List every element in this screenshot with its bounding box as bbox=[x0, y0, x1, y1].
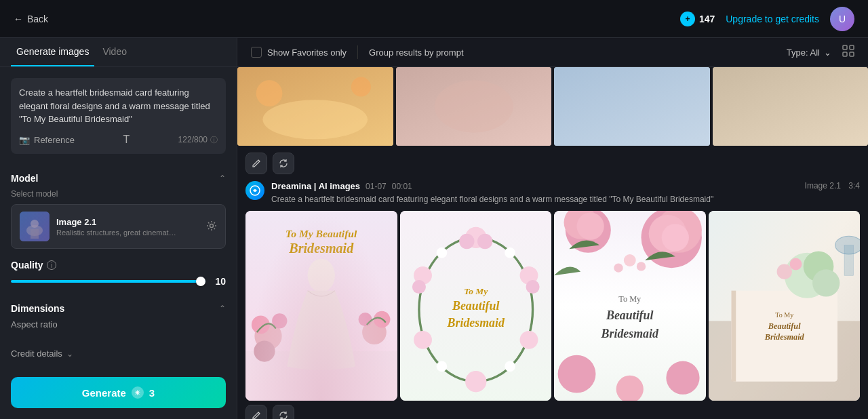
svg-rect-5 bbox=[843, 45, 847, 49]
prompt-meta-header: Dreamina | AI images 01-07 00:01 bbox=[271, 181, 798, 191]
svg-point-4 bbox=[210, 224, 214, 227]
results-area: Dreamina | AI images 01-07 00:01 Create … bbox=[237, 67, 868, 419]
select-model-label: Select model bbox=[11, 189, 226, 199]
generate-button[interactable]: Generate ☀ 3 bbox=[11, 377, 226, 408]
svg-rect-15 bbox=[554, 67, 710, 146]
credit-details-chevron-icon: ⌄ bbox=[66, 349, 73, 359]
svg-point-12 bbox=[351, 77, 371, 97]
aspect-ratio-label: Aspect ratio bbox=[11, 319, 226, 330]
model-info: Image 2.1 Realistic structures, great ci… bbox=[56, 217, 199, 237]
reference-label: Reference bbox=[34, 135, 75, 145]
credits-badge: + 147 bbox=[680, 12, 715, 26]
type-dropdown-button[interactable]: Type: All ⌄ bbox=[787, 47, 831, 58]
credits-icon: + bbox=[680, 12, 695, 26]
favorites-checkbox-box[interactable] bbox=[251, 47, 262, 58]
result-image-4[interactable]: To My Beautiful Bridesmaid bbox=[709, 211, 861, 401]
result-time: 00:01 bbox=[392, 182, 412, 191]
dimensions-chevron-icon: ⌃ bbox=[219, 304, 226, 313]
prompt-meta: Dreamina | AI images 01-07 00:01 Create … bbox=[271, 181, 798, 205]
result-image-2[interactable]: To My Beautiful Bridesmaid bbox=[400, 211, 552, 401]
text-format-button[interactable]: T bbox=[123, 134, 130, 146]
model-section-title: Model bbox=[11, 173, 38, 184]
action-row-1 bbox=[237, 148, 868, 178]
images-grid: To My Beautiful Bridesmaid bbox=[237, 211, 868, 401]
dimensions-section-header[interactable]: Dimensions ⌃ bbox=[0, 295, 237, 319]
image-meta: Image 2.1 3:4 bbox=[805, 181, 860, 191]
result-prompt-text: Create a heartfelt bridesmaid card featu… bbox=[271, 194, 798, 205]
reference-button[interactable]: 📷 Reference bbox=[19, 135, 75, 145]
top-navigation: ← Back + 147 Upgrade to get credits U bbox=[0, 0, 868, 38]
svg-point-14 bbox=[434, 80, 513, 132]
char-count: 122/800 ⓘ bbox=[178, 135, 218, 145]
prev-image-1[interactable] bbox=[237, 67, 393, 146]
dimensions-section: Aspect ratio bbox=[0, 319, 237, 343]
svg-rect-16 bbox=[713, 67, 869, 146]
favorites-filter[interactable]: Show Favorites only bbox=[251, 47, 347, 58]
model-settings-button[interactable] bbox=[206, 220, 217, 233]
quality-info-icon[interactable]: i bbox=[47, 260, 56, 270]
model-card[interactable]: Image 2.1 Realistic structures, great ci… bbox=[11, 204, 226, 249]
main-content: Generate images Video Create a heartfelt… bbox=[0, 38, 868, 419]
info-icon-small: ⓘ bbox=[210, 135, 218, 145]
regenerate-button-2[interactable] bbox=[273, 405, 294, 419]
action-row-2 bbox=[237, 401, 868, 419]
brand-name: Dreamina | AI images bbox=[271, 181, 360, 191]
regenerate-button-1[interactable] bbox=[273, 153, 294, 174]
prompt-result-info: Dreamina | AI images 01-07 00:01 Create … bbox=[237, 178, 868, 211]
results-toolbar: Show Favorites only Group results by pro… bbox=[237, 38, 868, 67]
prompt-text[interactable]: Create a heartfelt bridesmaid card featu… bbox=[19, 86, 218, 127]
tab-generate-images[interactable]: Generate images bbox=[11, 38, 94, 66]
result-date: 01-07 bbox=[366, 182, 387, 191]
edit-icon-2 bbox=[252, 411, 261, 419]
model-thumbnail bbox=[20, 212, 50, 241]
svg-rect-3 bbox=[31, 229, 39, 239]
tab-video[interactable]: Video bbox=[97, 38, 132, 66]
svg-rect-7 bbox=[843, 52, 847, 56]
edit-button-1[interactable] bbox=[245, 153, 267, 174]
prev-image-2[interactable] bbox=[396, 67, 552, 146]
quality-value: 10 bbox=[212, 276, 226, 287]
tabs-container: Generate images Video bbox=[0, 38, 237, 67]
grid-view-button[interactable] bbox=[842, 45, 854, 60]
quality-header: Quality i bbox=[11, 260, 226, 271]
back-button[interactable]: ← Back bbox=[14, 14, 48, 24]
model-description: Realistic structures, great cinemato... bbox=[56, 228, 178, 237]
prompt-area: Create a heartfelt bridesmaid card featu… bbox=[11, 78, 226, 154]
edit-button-2[interactable] bbox=[245, 405, 267, 419]
credit-details[interactable]: Credit details ⌄ bbox=[0, 343, 237, 364]
model-section: Select model bbox=[0, 189, 237, 257]
dimensions-section-title: Dimensions bbox=[11, 303, 64, 314]
left-panel: Generate images Video Create a heartfelt… bbox=[0, 38, 237, 419]
model-name: Image 2.1 bbox=[56, 217, 199, 227]
result-image-1[interactable]: To My Beautiful Bridesmaid bbox=[245, 211, 397, 401]
credit-details-label: Credit details bbox=[11, 348, 62, 359]
svg-rect-8 bbox=[850, 52, 854, 56]
image-icon: 📷 bbox=[19, 135, 30, 145]
model-section-header[interactable]: Model ⌃ bbox=[0, 165, 237, 189]
result-ratio: 3:4 bbox=[848, 181, 860, 191]
upgrade-button[interactable]: Upgrade to get credits bbox=[726, 14, 819, 24]
back-label: Back bbox=[27, 14, 48, 24]
quality-section: Quality i 10 bbox=[0, 257, 237, 295]
quality-label: Quality bbox=[11, 260, 43, 271]
generate-cost: 3 bbox=[149, 387, 155, 399]
quality-slider-row: 10 bbox=[11, 276, 226, 287]
prev-image-3[interactable] bbox=[554, 67, 710, 146]
dreamina-logo-icon bbox=[250, 185, 260, 196]
result-image-3[interactable]: To My Beautiful Bridesmaid bbox=[554, 211, 706, 401]
type-chevron-icon: ⌄ bbox=[824, 47, 831, 58]
model-thumbnail-svg bbox=[20, 212, 50, 241]
group-results-label: Group results by prompt bbox=[369, 47, 463, 58]
prev-image-4[interactable] bbox=[713, 67, 869, 146]
user-avatar[interactable]: U bbox=[830, 7, 854, 31]
settings-icon bbox=[206, 220, 217, 231]
previous-images-row bbox=[237, 67, 868, 148]
svg-point-2 bbox=[31, 220, 39, 228]
prompt-footer: 📷 Reference T 122/800 ⓘ bbox=[19, 134, 218, 146]
toolbar-divider bbox=[357, 45, 358, 59]
right-panel: Show Favorites only Group results by pro… bbox=[237, 38, 868, 419]
credits-count: 147 bbox=[699, 14, 715, 24]
svg-rect-6 bbox=[850, 45, 854, 49]
refresh-icon bbox=[279, 159, 288, 168]
quality-slider[interactable] bbox=[11, 280, 205, 283]
